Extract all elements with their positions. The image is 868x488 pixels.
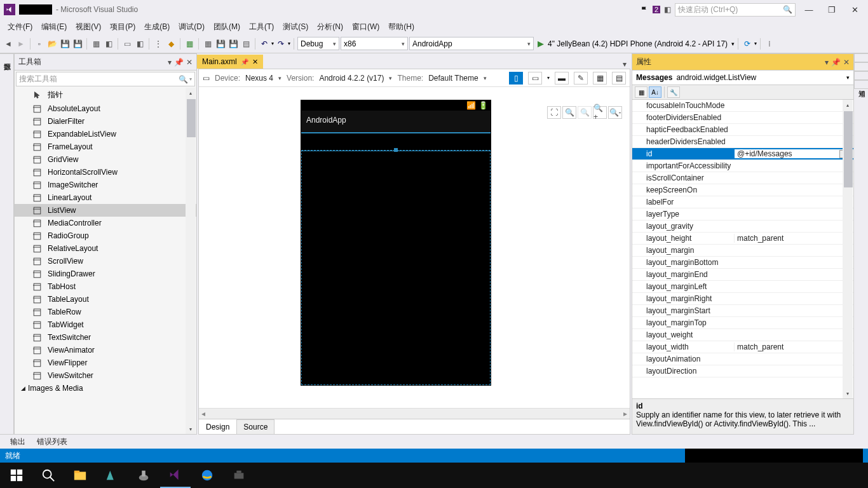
property-value[interactable]: match_parent — [734, 234, 853, 243]
resize-handle[interactable] — [394, 148, 398, 152]
property-row[interactable]: layout_marginBottom — [632, 257, 853, 269]
designer-btn[interactable]: ▦ — [593, 72, 607, 85]
close-icon[interactable]: ✕ — [252, 58, 258, 66]
sidetab-class-view[interactable]: 类视图 — [854, 71, 868, 80]
toolbox-item[interactable]: TableLayout — [15, 293, 196, 306]
overflow-icon[interactable]: ⁞ — [764, 38, 775, 50]
property-row[interactable]: keepScreenOn — [632, 184, 853, 196]
toolbar-icon[interactable]: ▦ — [90, 38, 102, 50]
toolbox-item[interactable]: GridView — [15, 153, 196, 166]
orientation-portrait-button[interactable]: ▯ — [509, 72, 523, 85]
property-row[interactable]: layout_margin — [632, 245, 853, 257]
notification-badge[interactable]: 2 — [653, 6, 660, 13]
property-row[interactable]: hapticFeedbackEnabled — [632, 124, 853, 136]
feedback-icon[interactable]: ◧ — [664, 5, 671, 14]
tab-design[interactable]: Design — [199, 419, 236, 435]
toolbox-item[interactable]: TextSwitcher — [15, 331, 196, 344]
designer-btn[interactable]: ▤ — [612, 72, 626, 85]
toolbox-search-input[interactable]: 搜索工具箱 🔍▾ — [16, 72, 195, 86]
fit-icon[interactable]: ⛶ — [547, 106, 561, 119]
search-button[interactable] — [33, 463, 64, 488]
device-chooser-icon[interactable]: ▭ — [203, 74, 210, 83]
toolbox-item[interactable]: DialerFilter — [15, 115, 196, 128]
property-row[interactable]: layout_marginStart — [632, 305, 853, 317]
menu-item[interactable]: 生成(B) — [140, 20, 173, 34]
panel-menu-icon[interactable]: ▾ — [825, 58, 829, 67]
tab-error-list[interactable]: 错误列表 — [32, 435, 72, 449]
property-row[interactable]: footerDividersEnabled — [632, 112, 853, 124]
scrollbar-thumb[interactable] — [844, 111, 853, 187]
menu-item[interactable]: 调试(D) — [175, 20, 208, 34]
menu-item[interactable]: 视图(V) — [72, 20, 105, 34]
toolbox-item[interactable]: ScrollView — [15, 255, 196, 268]
toolbox-item[interactable]: TableRow — [15, 306, 196, 318]
zoom-reset-icon[interactable]: 🔍 — [562, 106, 576, 119]
maximize-button[interactable]: ❐ — [822, 5, 841, 15]
zoom-out-icon[interactable]: 🔍- — [608, 106, 622, 119]
property-row[interactable]: labelFor — [632, 196, 853, 208]
scroll-up-icon[interactable]: ▴ — [186, 88, 196, 98]
toolbox-item[interactable]: 指针 — [15, 88, 196, 102]
menu-item[interactable]: 文件(F) — [4, 20, 36, 34]
tab-output[interactable]: 输出 — [5, 435, 31, 449]
menu-item[interactable]: 工具(T) — [245, 20, 278, 34]
menu-item[interactable]: 窗口(W) — [348, 20, 383, 34]
device-value[interactable]: Nexus 4 — [245, 74, 273, 83]
toolbox-item[interactable]: HorizontalScrollView — [15, 166, 196, 179]
property-row[interactable]: layout_widthmatch_parent — [632, 341, 853, 353]
minimize-button[interactable]: — — [799, 5, 818, 15]
property-row[interactable]: layoutDirection — [632, 365, 853, 377]
property-value[interactable]: match_parent — [734, 342, 853, 351]
orientation-landscape-button[interactable]: ▭ — [528, 72, 542, 85]
sidetab-solution-explorer[interactable]: 解决方案资源管理器 — [854, 53, 868, 62]
version-value[interactable]: Android 4.2.2 (v17) — [319, 74, 384, 83]
zoom-actual-icon[interactable]: 🔍 — [578, 106, 592, 119]
toolbox-item[interactable]: MediaController — [15, 217, 196, 229]
save-icon[interactable]: 💾 — [215, 38, 226, 50]
menu-item[interactable]: 分析(N) — [313, 20, 347, 34]
design-canvas[interactable]: 📶🔋 AndroidApp ⛶ 🔍 🔍 🔍+ 🔍- — [199, 87, 630, 408]
property-row[interactable]: isScrollContainer — [632, 172, 853, 184]
toolbox-item[interactable]: ViewAnimator — [15, 344, 196, 356]
designer-btn[interactable]: ▬ — [555, 72, 569, 85]
undo-icon[interactable]: ↶ — [259, 38, 270, 50]
toolbox-item[interactable]: ViewFlipper — [15, 356, 196, 369]
toolbar-icon[interactable]: ◧ — [103, 38, 114, 50]
toolbar-icon[interactable]: ⋮ — [153, 38, 164, 50]
selection-outline[interactable] — [301, 150, 491, 385]
document-tab[interactable]: Main.axml 📌 ✕ — [197, 55, 263, 69]
toolbar-icon[interactable]: ◧ — [134, 38, 146, 50]
toolbar-icon[interactable]: ◆ — [165, 38, 177, 50]
nav-fwd-icon[interactable]: ► — [15, 38, 27, 50]
panel-menu-icon[interactable]: ▾ — [168, 58, 172, 67]
toolbox-item[interactable]: TabHost — [15, 280, 196, 293]
toolbox-item[interactable]: RadioGroup — [15, 229, 196, 242]
object-selector[interactable]: Messages android.widget.ListView ▾ — [632, 71, 853, 85]
close-icon[interactable]: ✕ — [843, 58, 850, 67]
play-icon[interactable]: ▶ — [538, 39, 544, 48]
toolbar-icon[interactable]: ▤ — [240, 38, 252, 50]
toolbox-item[interactable]: LinearLayout — [15, 191, 196, 204]
toolbar-icon[interactable]: ▦ — [184, 38, 195, 50]
property-row[interactable]: layout_marginRight — [632, 293, 853, 305]
toolbox-item[interactable]: ListView — [15, 204, 196, 217]
tab-source[interactable]: Source — [236, 419, 275, 434]
toolbox-item[interactable]: SlidingDrawer — [15, 268, 196, 280]
toolbox-item[interactable]: ImageSwitcher — [15, 179, 196, 191]
property-row[interactable]: importantForAccessibility — [632, 160, 853, 172]
close-icon[interactable]: ✕ — [186, 58, 193, 67]
zoom-in-icon[interactable]: 🔍+ — [593, 106, 607, 119]
start-button[interactable] — [1, 463, 32, 488]
property-pages-button[interactable]: 🔧 — [667, 86, 680, 98]
toolbox-item[interactable]: ViewSwitcher — [15, 369, 196, 382]
toolbar-icon[interactable]: ▭ — [121, 38, 133, 50]
device-preview[interactable]: 📶🔋 AndroidApp — [301, 100, 491, 386]
menu-item[interactable]: 项目(P) — [106, 20, 139, 34]
app-icon[interactable] — [224, 463, 254, 488]
property-row[interactable]: layout_marginTop — [632, 317, 853, 329]
scroll-down-icon[interactable]: ▾ — [186, 424, 196, 434]
categorized-button[interactable]: ▦ — [635, 86, 648, 98]
pin-icon[interactable]: 📌 — [831, 58, 841, 67]
menu-item[interactable]: 帮助(H) — [384, 20, 418, 34]
property-row[interactable]: layout_weight — [632, 329, 853, 341]
